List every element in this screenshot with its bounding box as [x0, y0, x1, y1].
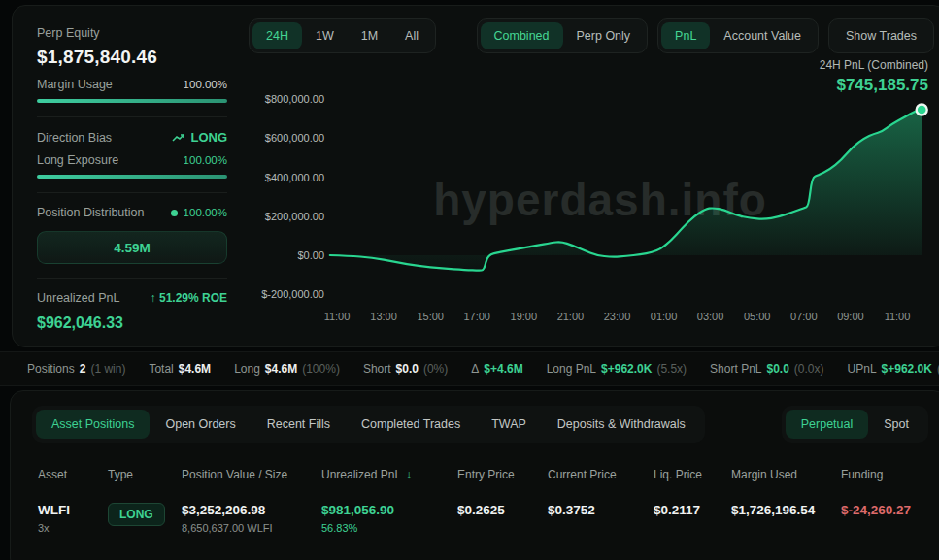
svg-text:21:00: 21:00: [557, 311, 585, 322]
perp-equity-section: Perp Equity $1,875,840.46 Margin Usage 1…: [37, 17, 227, 116]
perp-equity-value: $1,875,840.46: [37, 47, 227, 68]
market-toggle: Perpetual Spot: [782, 406, 928, 443]
tab-recent-fills[interactable]: Recent Fills: [252, 410, 346, 439]
asset-cell: WLFI 3x: [38, 503, 108, 534]
show-trades-button[interactable]: Show Trades: [832, 22, 930, 49]
direction-bias-value: LONG: [172, 130, 227, 145]
stat-long: Long$4.6M(100%): [234, 362, 340, 376]
unrealized-pnl-section: Unrealized PnL ↑ 51.29% ROE $962,046.33: [37, 278, 227, 346]
long-badge: LONG: [108, 503, 165, 526]
range-24h-button[interactable]: 24H: [252, 22, 302, 49]
col-liq-price: Liq. Price: [654, 468, 731, 481]
sort-desc-icon: ↓: [406, 468, 412, 481]
positions-panel: Asset Positions Open Orders Recent Fills…: [10, 390, 939, 560]
tab-open-orders[interactable]: Open Orders: [150, 410, 251, 439]
type-cell: LONG: [108, 503, 182, 526]
svg-text:13:00: 13:00: [370, 311, 397, 322]
col-funding: Funding: [841, 468, 919, 481]
mode-group: Combined Perp Only: [477, 18, 649, 53]
liq-price-cell: $0.2117: [654, 503, 731, 517]
table-row[interactable]: WLFI 3x LONG $3,252,206.98 8,650,637.00 …: [38, 503, 919, 534]
show-trades-group: Show Trades: [828, 18, 934, 53]
col-unrealized-pnl[interactable]: Unrealized PnL↓: [321, 468, 457, 481]
svg-text:$600,000.00: $600,000.00: [265, 132, 324, 144]
stat-short: Short$0.0(0%): [363, 362, 448, 376]
margin-used-cell: $1,726,196.54: [731, 503, 841, 517]
direction-bias-label: Direction Bias: [37, 131, 112, 145]
current-price-cell: $0.3752: [548, 503, 654, 517]
svg-text:23:00: 23:00: [604, 311, 631, 322]
direction-bias-section: Direction Bias LONG Long Exposure 100.00…: [37, 116, 227, 192]
roe-value: ↑ 51.29% ROE: [151, 291, 227, 305]
tab-completed-trades[interactable]: Completed Trades: [346, 410, 476, 439]
margin-usage-value: 100.00%: [184, 79, 227, 90]
unrealized-pnl-label: Unrealized PnL: [37, 291, 119, 305]
pnl-header-label: 24H PnL (Combined): [820, 58, 928, 72]
range-all-button[interactable]: All: [391, 22, 432, 49]
stat-upnl: UPnL$+962.0K(50% win): [848, 362, 939, 376]
metric-group: PnL Account Value: [657, 18, 819, 53]
position-distribution-pill[interactable]: 4.59M: [37, 231, 227, 264]
position-value-cell: $3,252,206.98 8,650,637.00 WLFI: [182, 503, 321, 534]
svg-text:01:00: 01:00: [651, 311, 678, 322]
margin-usage-bar: [37, 99, 227, 103]
col-entry-price: Entry Price: [457, 468, 548, 481]
mode-combined-button[interactable]: Combined: [481, 22, 563, 49]
asset-leverage: 3x: [38, 522, 108, 534]
position-distribution-section: Position Distribution 100.00% 4.59M: [37, 192, 227, 278]
stat-positions: Positions2(1 win): [27, 362, 125, 376]
account-stats-bar: Positions2(1 win) Total$4.6M Long$4.6M(1…: [0, 351, 939, 386]
positions-tabs-row: Asset Positions Open Orders Recent Fills…: [11, 406, 939, 443]
long-exposure-value: 100.00%: [184, 154, 227, 166]
unrealized-pnl-cell: $981,056.90 56.83%: [321, 503, 457, 534]
metric-account-value-button[interactable]: Account Value: [710, 22, 815, 49]
range-1w-button[interactable]: 1W: [302, 22, 348, 49]
range-1m-button[interactable]: 1M: [348, 22, 391, 49]
pnl-chart[interactable]: hyperdash.info$800,000.00$600,000.00$400…: [239, 88, 932, 333]
svg-text:19:00: 19:00: [511, 311, 538, 322]
market-spot-button[interactable]: Spot: [868, 410, 924, 439]
col-margin-used: Margin Used: [731, 468, 841, 481]
svg-text:17:00: 17:00: [463, 311, 490, 322]
svg-text:03:00: 03:00: [697, 311, 724, 322]
asset-symbol: WLFI: [38, 503, 108, 517]
tab-twap[interactable]: TWAP: [476, 410, 542, 439]
funding-cell: $-24,260.27: [841, 503, 919, 517]
col-position-value: Position Value / Size: [182, 468, 321, 481]
stat-delta: Δ$+4.6M: [471, 362, 522, 376]
stat-long-pnl: Long PnL$+962.0K(5.5x): [547, 362, 687, 376]
long-exposure-label: Long Exposure: [37, 153, 118, 167]
unrealized-pnl-value: $962,046.33: [37, 314, 227, 332]
col-type: Type: [108, 468, 182, 481]
entry-price-cell: $0.2625: [457, 503, 548, 517]
svg-text:11:00: 11:00: [324, 311, 351, 322]
time-range-group: 24H 1W 1M All: [249, 18, 436, 53]
overview-card: Perp Equity $1,875,840.46 Margin Usage 1…: [12, 5, 939, 347]
positions-table: Asset Type Position Value / Size Unreali…: [11, 468, 939, 534]
svg-text:$200,000.00: $200,000.00: [265, 211, 324, 222]
pnl-chart-svg[interactable]: hyperdash.info$800,000.00$600,000.00$400…: [239, 88, 932, 333]
chart-controls: 24H 1W 1M All Combined Perp Only PnL Acc…: [249, 18, 934, 53]
svg-text:$-200,000.00: $-200,000.00: [261, 288, 324, 300]
svg-text:15:00: 15:00: [417, 311, 444, 322]
metric-pnl-button[interactable]: PnL: [661, 22, 710, 49]
stat-total: Total$4.6M: [149, 362, 211, 376]
account-sidebar: Perp Equity $1,875,840.46 Margin Usage 1…: [37, 17, 227, 346]
position-distribution-label: Position Distribution: [37, 206, 144, 219]
tab-deposits-withdrawals[interactable]: Deposits & Withdrawals: [542, 410, 701, 439]
stat-short-pnl: Short PnL$0.0(0.0x): [710, 362, 823, 376]
positions-tabs: Asset Positions Open Orders Recent Fills…: [32, 406, 705, 443]
chart-mode-controls: Combined Perp Only PnL Account Value Sho…: [467, 18, 934, 53]
position-distribution-value: 100.00%: [171, 207, 227, 218]
trending-up-icon: [172, 133, 185, 143]
margin-usage-label: Margin Usage: [37, 78, 113, 91]
svg-text:09:00: 09:00: [837, 311, 864, 322]
svg-text:$0.00: $0.00: [297, 249, 324, 261]
market-perpetual-button[interactable]: Perpetual: [786, 410, 869, 439]
svg-text:11:00: 11:00: [885, 311, 911, 322]
tab-asset-positions[interactable]: Asset Positions: [36, 410, 150, 439]
col-current-price: Current Price: [548, 468, 654, 481]
long-exposure-bar: [37, 175, 227, 179]
mode-perp-only-button[interactable]: Perp Only: [563, 22, 645, 49]
green-dot-icon: [171, 210, 178, 216]
